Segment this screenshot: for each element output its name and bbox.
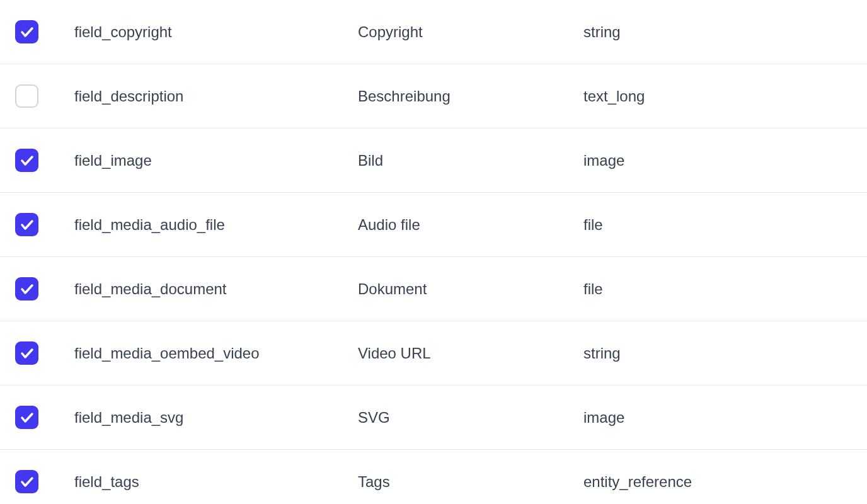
check-icon bbox=[20, 25, 35, 40]
field-name: field_tags bbox=[74, 473, 358, 491]
field-name: field_copyright bbox=[74, 23, 358, 41]
field-checkbox[interactable] bbox=[15, 20, 38, 43]
field-type: file bbox=[583, 216, 867, 234]
field-checkbox[interactable] bbox=[15, 84, 38, 108]
check-icon bbox=[20, 153, 35, 168]
field-label: Tags bbox=[358, 473, 583, 491]
field-label: Video URL bbox=[358, 345, 583, 362]
table-row: field_image Bild image bbox=[0, 129, 867, 193]
field-type: image bbox=[583, 152, 867, 169]
field-label: SVG bbox=[358, 409, 583, 427]
field-checkbox[interactable] bbox=[15, 341, 38, 365]
check-icon bbox=[20, 474, 35, 490]
field-type: entity_reference bbox=[583, 473, 867, 491]
field-checkbox[interactable] bbox=[15, 213, 38, 236]
table-row: field_media_svg SVG image bbox=[0, 386, 867, 450]
field-type: string bbox=[583, 345, 867, 362]
table-row: field_media_oembed_video Video URL strin… bbox=[0, 321, 867, 386]
field-type: image bbox=[583, 409, 867, 427]
field-name: field_description bbox=[74, 88, 358, 105]
check-icon bbox=[20, 282, 35, 297]
field-label: Dokument bbox=[358, 280, 583, 298]
field-label: Beschreibung bbox=[358, 88, 583, 105]
fields-table: field_copyright Copyright string field_d… bbox=[0, 0, 867, 504]
field-type: text_long bbox=[583, 88, 867, 105]
table-row: field_copyright Copyright string bbox=[0, 0, 867, 64]
table-row: field_media_audio_file Audio file file bbox=[0, 193, 867, 257]
table-row: field_tags Tags entity_reference bbox=[0, 450, 867, 504]
field-checkbox[interactable] bbox=[15, 149, 38, 172]
field-checkbox[interactable] bbox=[15, 406, 38, 429]
field-name: field_media_audio_file bbox=[74, 216, 358, 234]
field-label: Bild bbox=[358, 152, 583, 169]
field-name: field_media_svg bbox=[74, 409, 358, 427]
table-row: field_description Beschreibung text_long bbox=[0, 64, 867, 129]
table-row: field_media_document Dokument file bbox=[0, 257, 867, 321]
field-label: Audio file bbox=[358, 216, 583, 234]
check-icon bbox=[20, 217, 35, 232]
field-checkbox[interactable] bbox=[15, 277, 38, 301]
field-name: field_media_document bbox=[74, 280, 358, 298]
field-label: Copyright bbox=[358, 23, 583, 41]
field-type: file bbox=[583, 280, 867, 298]
field-name: field_media_oembed_video bbox=[74, 345, 358, 362]
field-checkbox[interactable] bbox=[15, 470, 38, 493]
field-name: field_image bbox=[74, 152, 358, 169]
check-icon bbox=[20, 346, 35, 361]
field-type: string bbox=[583, 23, 867, 41]
check-icon bbox=[20, 410, 35, 425]
